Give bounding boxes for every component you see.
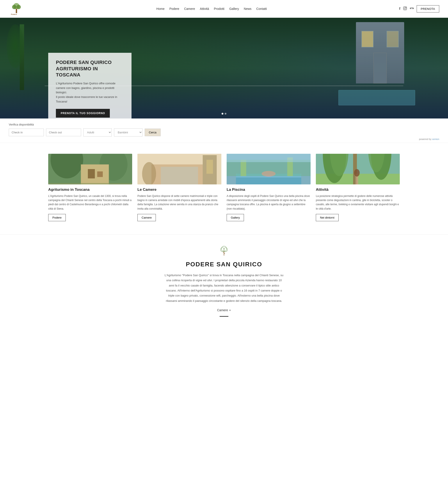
card-text-1: Podere San Quirico dispone di sette came… <box>137 194 221 211</box>
svg-rect-18 <box>97 171 103 177</box>
card-piscina: La Piscina A disposizione degli ospiti d… <box>227 154 311 221</box>
hero-cta-button[interactable]: PRENOTA IL TUO SOGGIORNO <box>56 109 110 118</box>
card-title-0: Agriturismo in Toscana <box>48 187 132 192</box>
nav-podere[interactable]: Podere <box>169 7 179 11</box>
svg-rect-33 <box>227 160 311 176</box>
nav-links: Home Podere Camere Attività Prodotti Gal… <box>156 7 267 11</box>
nei-dintorni-button[interactable]: Nei dintorni <box>316 214 339 221</box>
card-image-attivita <box>316 154 400 184</box>
svg-point-7 <box>404 7 406 9</box>
svg-point-45 <box>354 169 360 177</box>
svg-point-25 <box>142 162 156 184</box>
svg-rect-17 <box>88 169 95 179</box>
about-section: PODERE SAN QUIRICO L'Agriturismo "Podere… <box>0 234 448 330</box>
svg-point-11 <box>410 8 411 9</box>
hero-dot-2[interactable] <box>225 113 226 115</box>
card-image-camere <box>137 154 221 184</box>
cards-grid: Agriturismo in Toscana L'Agriturismo Pod… <box>48 154 400 221</box>
checkin-input[interactable] <box>9 129 44 136</box>
nav-news[interactable]: News <box>244 7 251 11</box>
powered-by: powered by xenion <box>9 138 439 140</box>
about-link-icon: + <box>229 308 231 312</box>
svg-rect-6 <box>403 7 407 10</box>
instagram-icon[interactable] <box>403 6 407 11</box>
nav-gallery[interactable]: Gallery <box>229 7 239 11</box>
card-agriturismo: Agriturismo in Toscana L'Agriturismo Pod… <box>48 154 132 221</box>
svg-rect-24 <box>207 160 213 174</box>
hero-text-box: PODERE SAN QUIRICO AGRITURISMO IN TOSCAN… <box>48 53 131 119</box>
card-title-1: Le Camere <box>137 187 221 192</box>
card-text-3: La posizione strategica permette di gode… <box>316 194 400 211</box>
card-image-piscina <box>227 154 311 184</box>
svg-point-8 <box>406 7 406 8</box>
booking-form: Adulti 1 2 3 4 Bambini 0 1 2 3 Cerca <box>9 128 439 137</box>
checkout-input[interactable] <box>46 129 81 136</box>
about-text: L'Agriturismo "Podere San Quirico" si tr… <box>164 273 284 303</box>
about-title: PODERE SAN QUIRICO <box>66 261 382 268</box>
navbar: Podere San Quirico Home Podere Camere At… <box>0 0 448 18</box>
bambini-select[interactable]: Bambini 0 1 2 3 <box>114 128 143 137</box>
about-camere-link[interactable]: Camere + <box>217 308 231 312</box>
hero-building <box>356 22 404 83</box>
svg-rect-19 <box>48 183 132 184</box>
card-text-2: A disposizione degli ospiti di Podere Sa… <box>227 194 311 211</box>
nav-home[interactable]: Home <box>156 7 164 11</box>
hero-title: PODERE SAN QUIRICO AGRITURISMO IN TOSCAN… <box>56 59 124 78</box>
tripadvisor-icon[interactable] <box>410 6 414 11</box>
prenota-button[interactable]: PRENOTA <box>417 5 439 13</box>
hero-dot-1[interactable] <box>222 113 223 115</box>
social-links: f PRENOTA <box>399 5 439 13</box>
svg-point-1 <box>12 5 16 9</box>
card-title-3: Attività <box>316 187 400 192</box>
cerca-button[interactable]: Cerca <box>145 129 161 136</box>
facebook-icon[interactable]: f <box>399 7 400 11</box>
hero-slider-dots <box>222 113 226 115</box>
card-image-agriturismo <box>48 154 132 184</box>
podere-button[interactable]: Podere <box>48 214 66 221</box>
booking-bar: Verifica disponibilità Adulti 1 2 3 4 Ba… <box>0 119 448 143</box>
nav-camere[interactable]: Camere <box>184 7 195 11</box>
adulti-select[interactable]: Adulti 1 2 3 4 <box>83 128 112 137</box>
booking-label: Verifica disponibilità <box>9 123 439 126</box>
card-attivita: Attività La posizione strategica permett… <box>316 154 400 221</box>
logo[interactable]: Podere San Quirico <box>9 2 24 15</box>
card-camere: Le Camere Podere San Quirico dispone di … <box>137 154 221 221</box>
svg-rect-22 <box>161 167 198 184</box>
logo-image: Podere San Quirico <box>9 2 24 15</box>
cards-section: Agriturismo in Toscana L'Agriturismo Pod… <box>0 143 448 234</box>
card-title-2: La Piscina <box>227 187 311 192</box>
svg-point-2 <box>16 5 21 9</box>
svg-point-12 <box>413 8 413 9</box>
about-logo <box>218 245 230 257</box>
about-link-label: Camere <box>217 308 228 312</box>
xenion-link[interactable]: xenion <box>432 138 439 140</box>
card-text-0: L'Agriturismo Podere San Quirico, un cas… <box>48 194 132 211</box>
nav-attivita[interactable]: Attività <box>200 7 209 11</box>
hero-subtitle: L'Agriturismo Podere San Quirico offre c… <box>56 81 124 104</box>
tree-left <box>13 24 31 101</box>
svg-rect-34 <box>227 154 311 162</box>
hero-pool <box>338 90 415 105</box>
svg-text:Podere: Podere <box>11 13 17 15</box>
about-divider <box>220 316 228 317</box>
svg-rect-3 <box>16 9 17 13</box>
gallery-button[interactable]: Gallery <box>227 214 244 221</box>
hero-section: PODERE SAN QUIRICO AGRITURISMO IN TOSCAN… <box>0 18 448 119</box>
nav-contatti[interactable]: Contatti <box>256 7 267 11</box>
nav-prodotti[interactable]: Prodotti <box>214 7 224 11</box>
camere-button[interactable]: Camere <box>137 214 156 221</box>
